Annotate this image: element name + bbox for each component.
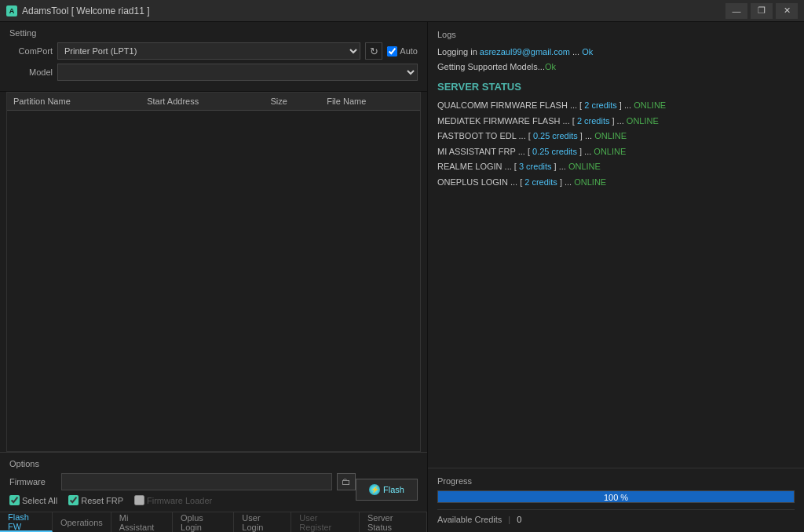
reset-frp-label: Reset FRP bbox=[81, 496, 123, 505]
progress-bar-container: 100 % bbox=[437, 490, 795, 503]
flash-button[interactable]: ⚡ Flash bbox=[356, 479, 418, 501]
tab-server-status[interactable]: Server Status bbox=[360, 512, 427, 532]
col-file-name: File Name bbox=[320, 93, 420, 111]
main-layout: Setting ComPort Printer Port (LPT1) ↻ Au… bbox=[0, 22, 804, 532]
comport-label: ComPort bbox=[9, 46, 53, 56]
log-line2-prefix: Getting Supported Models... bbox=[437, 62, 545, 71]
title-bar-controls: — ❐ ✕ bbox=[725, 3, 798, 19]
log-ok-1: Ok bbox=[582, 47, 593, 56]
auto-checkbox[interactable] bbox=[387, 46, 397, 56]
logs-section: Logs Logging in asrezaul99@gmail.com ...… bbox=[428, 22, 804, 468]
status-line: QUALCOMM FIRMWARE FLASH ... [ 2 credits … bbox=[437, 99, 795, 112]
credits-label: Available Credits bbox=[437, 515, 502, 524]
tab-operations[interactable]: Operations bbox=[53, 512, 111, 532]
tab-flash-fw[interactable]: Flash FW bbox=[0, 512, 53, 532]
log-line1-prefix: Logging in bbox=[437, 47, 480, 56]
tab-mi-assistant[interactable]: Mi Assistant bbox=[111, 512, 173, 532]
tab-user-login[interactable]: User Login bbox=[234, 512, 291, 532]
left-panel: Setting ComPort Printer Port (LPT1) ↻ Au… bbox=[0, 22, 428, 532]
progress-percent-label: 100 % bbox=[438, 491, 794, 504]
status-line: REALME LOGIN ... [ 3 credits ] ... ONLIN… bbox=[437, 160, 795, 173]
firmware-input[interactable] bbox=[61, 473, 332, 490]
firmware-loader-checkbox[interactable] bbox=[134, 495, 144, 505]
reset-frp-checkbox[interactable] bbox=[68, 495, 79, 505]
log-ok-2: Ok bbox=[545, 62, 556, 71]
status-line: FASTBOOT TO EDL ... [ 0.25 credits ] ...… bbox=[437, 129, 795, 143]
setting-label: Setting bbox=[9, 28, 418, 38]
credits-row: Available Credits | 0 bbox=[437, 509, 795, 524]
col-start-address: Start Address bbox=[141, 93, 264, 111]
log-line-2: Getting Supported Models...Ok bbox=[437, 60, 795, 74]
flash-icon: ⚡ bbox=[369, 484, 380, 495]
log-line-1: Logging in asrezaul99@gmail.com ... Ok bbox=[437, 46, 795, 59]
app-icon: A bbox=[6, 5, 17, 16]
comport-row: ComPort Printer Port (LPT1) ↻ Auto bbox=[9, 42, 418, 60]
auto-label: Auto bbox=[400, 46, 418, 56]
status-lines-container: QUALCOMM FIRMWARE FLASH ... [ 2 credits … bbox=[437, 99, 795, 188]
progress-section: Progress 100 % Available Credits | 0 bbox=[428, 468, 804, 532]
reset-frp-checkbox-label[interactable]: Reset FRP bbox=[68, 495, 123, 505]
tab-user-register[interactable]: User Register bbox=[291, 512, 360, 532]
server-status-title: SERVER STATUS bbox=[437, 81, 795, 93]
options-section: Options Firmware 🗀 Select All bbox=[0, 452, 427, 512]
right-panel: Logs Logging in asrezaul99@gmail.com ...… bbox=[428, 22, 804, 532]
maximize-button[interactable]: ❐ bbox=[751, 3, 773, 19]
title-bar: A AdamsTool [ Welcome riad11 ] — ❐ ✕ bbox=[0, 0, 804, 22]
logs-title: Logs bbox=[437, 30, 795, 39]
log-email: asrezaul99@gmail.com bbox=[480, 47, 570, 56]
select-all-checkbox[interactable] bbox=[9, 495, 20, 505]
options-label: Options bbox=[9, 459, 418, 468]
col-size: Size bbox=[264, 93, 320, 111]
refresh-button[interactable]: ↻ bbox=[365, 42, 382, 60]
model-label: Model bbox=[9, 67, 53, 77]
minimize-button[interactable]: — bbox=[725, 3, 747, 19]
status-line: ONEPLUS LOGIN ... [ 2 credits ] ... ONLI… bbox=[437, 176, 795, 189]
status-line: MEDIATEK FIRMWARE FLASH ... [ 2 credits … bbox=[437, 115, 795, 128]
tab-oplus-login[interactable]: Oplus Login bbox=[173, 512, 234, 532]
firmware-loader-label: Firmware Loader bbox=[147, 496, 212, 505]
credits-value: 0 bbox=[517, 515, 521, 524]
setting-section: Setting ComPort Printer Port (LPT1) ↻ Au… bbox=[0, 22, 427, 92]
status-line: MI ASSISTANT FRP ... [ 0.25 credits ] ..… bbox=[437, 145, 795, 159]
comport-select[interactable]: Printer Port (LPT1) bbox=[57, 42, 360, 60]
model-row: Model bbox=[9, 64, 418, 81]
progress-title: Progress bbox=[437, 476, 795, 486]
select-all-checkbox-label[interactable]: Select All bbox=[9, 495, 57, 505]
col-partition-name: Partition Name bbox=[7, 93, 141, 111]
folder-button[interactable]: 🗀 bbox=[337, 473, 356, 490]
firmware-loader-checkbox-label[interactable]: Firmware Loader bbox=[134, 495, 212, 505]
checkboxes-row: Select All Reset FRP Firmware Loader bbox=[9, 495, 356, 505]
table-header-row: Partition Name Start Address Size File N… bbox=[7, 93, 420, 111]
firmware-label: Firmware bbox=[9, 477, 57, 486]
auto-checkbox-label[interactable]: Auto bbox=[387, 46, 418, 56]
title-bar-left: A AdamsTool [ Welcome riad11 ] bbox=[6, 5, 150, 16]
app-title: AdamsTool [ Welcome riad11 ] bbox=[22, 5, 150, 16]
select-all-label: Select All bbox=[22, 496, 57, 505]
flash-label: Flash bbox=[383, 485, 404, 494]
log-line1-suffix: ... bbox=[570, 47, 582, 56]
close-button[interactable]: ✕ bbox=[776, 3, 798, 19]
partition-table: Partition Name Start Address Size File N… bbox=[7, 93, 420, 111]
firmware-row: Firmware 🗀 bbox=[9, 473, 356, 490]
firmware-options-row: Firmware 🗀 Select All Reset FRP bbox=[9, 473, 418, 505]
nav-tabs: Flash FW Operations Mi Assistant Oplus L… bbox=[0, 512, 427, 532]
model-select[interactable] bbox=[57, 64, 418, 81]
partition-table-container: Partition Name Start Address Size File N… bbox=[6, 92, 421, 452]
